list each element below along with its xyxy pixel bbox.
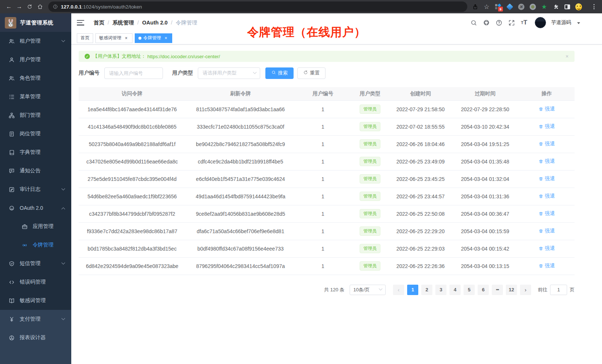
created-time-cell: 2022-06-25 22:26:36 [390, 257, 451, 275]
browser-menu-icon[interactable] [591, 4, 597, 9]
alert-close-icon[interactable]: × [566, 53, 569, 59]
command-extension-icon[interactable]: ⌘ [518, 3, 524, 10]
green-star-extension-icon[interactable]: ★ [541, 3, 547, 10]
tab-close-icon[interactable]: × [124, 36, 129, 41]
force-logout-button[interactable]: 强退 [539, 123, 555, 130]
sidebar-item-tenant[interactable]: 租户管理 [0, 32, 71, 50]
fullscreen-icon[interactable] [507, 19, 516, 27]
table-header-row: 访问令牌刷新令牌用户编号用户类型创建时间过期时间操作 [79, 87, 575, 100]
user-id-label: 用户编号 [79, 70, 99, 76]
sidebar-item-dept[interactable]: 部门管理 [0, 106, 71, 125]
filter-form: 用户编号 用户类型 请选择用户类型 搜索 重置 [79, 67, 582, 79]
browser-profile-avatar[interactable] [575, 3, 582, 10]
sidebar-toggle-icon[interactable] [77, 20, 84, 26]
force-logout-button[interactable]: 强退 [539, 262, 555, 269]
sidebar-item-token[interactable]: 令牌管理 [0, 236, 71, 254]
split-screen-icon[interactable] [564, 3, 570, 10]
force-logout-label: 强退 [545, 210, 555, 217]
user-caret-down-icon[interactable] [577, 22, 580, 24]
force-logout-button[interactable]: 强退 [539, 175, 555, 182]
sidebar-item-report[interactable]: 报表设计器 [0, 328, 71, 347]
doc-link[interactable]: https://doc.iocoder.cn/user-center/ [147, 54, 220, 59]
sidebar-item-pay[interactable]: 支付管理 [0, 310, 71, 328]
user-icon [9, 57, 15, 63]
sidebar-item-app[interactable]: 应用管理 [0, 217, 71, 236]
sidebar-item-post[interactable]: 岗位管理 [0, 125, 71, 143]
page-button-1[interactable]: 1 [407, 285, 418, 295]
site-info-icon[interactable] [53, 4, 58, 9]
user-type-badge: 管理员 [360, 139, 380, 149]
action-cell: 强退 [519, 188, 575, 205]
user-name[interactable]: 芋道源码 [551, 19, 571, 26]
force-logout-button[interactable]: 强退 [539, 193, 555, 199]
reset-button[interactable]: 重置 [297, 67, 325, 79]
sidebar-item-oauth[interactable]: OAuth 2.0 [0, 199, 71, 217]
tab-item[interactable]: 首页 [77, 33, 93, 43]
sidebar-item-sms[interactable]: 短信管理 [0, 254, 71, 273]
oauth-icon [9, 205, 15, 211]
bookmark-star-icon[interactable]: ☆ [483, 3, 490, 10]
expire-time-cell: 2054-03-04 00:13:15 [451, 257, 519, 275]
force-logout-button[interactable]: 强退 [539, 245, 555, 252]
tab-item[interactable]: 敏感词管理× [95, 33, 132, 43]
user-type-cell: 管理员 [350, 257, 390, 275]
browser-toolbar: ← → 127.0.0.1:1024/system/oauth2/token ☆… [0, 0, 602, 13]
page-button-4[interactable]: 4 [449, 285, 461, 295]
page-more-button[interactable]: ••• [492, 285, 503, 295]
share-icon[interactable] [472, 3, 478, 10]
search-icon[interactable] [470, 19, 478, 27]
goto-page-input[interactable] [550, 285, 567, 295]
force-logout-button[interactable]: 强退 [539, 106, 555, 112]
sidebar-item-user[interactable]: 用户管理 [0, 50, 71, 69]
gem-extension-icon[interactable] [506, 3, 513, 10]
sidebar-item-audit[interactable]: 审计日志 [0, 180, 71, 199]
column-header: 过期时间 [451, 87, 519, 100]
reload-button[interactable] [24, 1, 35, 12]
sidebar-item-label: 令牌管理 [33, 242, 53, 248]
search-button[interactable]: 搜索 [265, 67, 294, 79]
notice-icon [9, 168, 15, 174]
force-logout-button[interactable]: 强退 [539, 158, 555, 165]
address-bar[interactable]: 127.0.0.1:1024/system/oauth2/token [48, 1, 467, 12]
font-size-icon[interactable]: TT [520, 19, 528, 27]
force-logout-button[interactable]: 强退 [539, 228, 555, 234]
access-token-cell: 54d6be82ee5a460a9aedc1f9bf223656 [79, 188, 186, 205]
force-logout-button[interactable]: 强退 [539, 140, 555, 147]
puzzle-extensions-icon[interactable] [552, 3, 559, 10]
search-button-icon [271, 70, 276, 76]
page-size-select[interactable]: 10条/页 [350, 285, 386, 295]
sidebar-item-menu[interactable]: 菜单管理 [0, 87, 71, 106]
forward-button[interactable]: → [14, 1, 24, 12]
sidebar-item-notice[interactable]: 通知公告 [0, 162, 71, 180]
breadcrumb-item[interactable]: OAuth 2.0 [142, 20, 167, 26]
refresh-token-cell: 9ce8ef2aa9f14056b831ae9b608e28d5 [186, 205, 295, 222]
help-icon[interactable] [495, 19, 503, 27]
table-row: 54d6be82ee5a460a9aedc1f9bf22365649d1aa46… [79, 188, 575, 205]
user-id-input[interactable] [104, 67, 163, 79]
sidebar-item-role[interactable]: 角色管理 [0, 69, 71, 87]
breadcrumb-item[interactable]: 首页 [94, 19, 104, 26]
prev-page-button[interactable]: ‹ [393, 285, 404, 295]
page-button-3[interactable]: 3 [435, 285, 446, 295]
page-button-12[interactable]: 12 [506, 285, 517, 295]
sidebar-item-sensitive[interactable]: 敏感词管理 [0, 291, 71, 310]
tab-active[interactable]: 令牌管理× [135, 33, 172, 43]
back-button[interactable]: ← [4, 1, 14, 12]
github-icon[interactable] [482, 19, 490, 27]
extension-combo-icon[interactable]: 9 [495, 3, 501, 10]
page-button-2[interactable]: 2 [421, 285, 432, 295]
page-button-5[interactable]: 5 [464, 285, 475, 295]
next-page-button[interactable]: › [520, 285, 531, 295]
sidebar-item-errcode[interactable]: 错误码管理 [0, 273, 71, 291]
tab-close-icon[interactable]: × [163, 36, 169, 41]
record-extension-icon[interactable] [529, 3, 536, 10]
force-logout-button[interactable]: 强退 [539, 210, 555, 217]
user-avatar[interactable] [535, 17, 546, 28]
page-button-6[interactable]: 6 [478, 285, 489, 295]
audit-icon [9, 186, 15, 193]
user-type-select[interactable]: 请选择用户类型 [198, 67, 260, 79]
column-header: 访问令牌 [79, 87, 186, 100]
breadcrumb-item[interactable]: 系统管理 [112, 19, 134, 26]
home-button[interactable] [35, 1, 45, 12]
sidebar-item-dict[interactable]: 字典管理 [0, 143, 71, 162]
